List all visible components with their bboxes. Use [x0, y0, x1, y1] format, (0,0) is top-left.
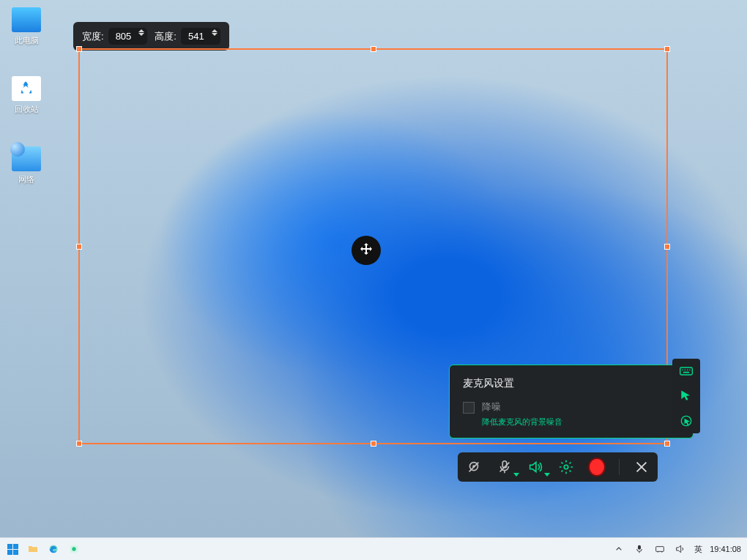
- record-icon: [588, 458, 606, 477]
- resize-handle-n[interactable]: [371, 46, 376, 52]
- width-stepper[interactable]: [138, 29, 144, 36]
- move-handle[interactable]: [352, 236, 381, 265]
- tray-ime[interactable]: 英: [694, 544, 702, 555]
- monitor-icon: [12, 7, 41, 32]
- svg-point-17: [72, 547, 75, 550]
- noise-reduction-label: 降噪: [482, 400, 562, 414]
- taskbar-edge[interactable]: [47, 542, 60, 556]
- recording-toolbar: [458, 452, 658, 482]
- microphone-off-icon: [497, 459, 513, 475]
- height-stepper[interactable]: [212, 29, 218, 36]
- microphone-button[interactable]: [496, 458, 513, 476]
- chevron-up-icon: [613, 543, 625, 555]
- chevron-down-icon[interactable]: [544, 473, 550, 477]
- app-icon: [68, 543, 80, 555]
- tray-overflow[interactable]: [612, 542, 625, 556]
- click-ripple-button[interactable]: [677, 413, 696, 429]
- record-button[interactable]: [588, 458, 606, 476]
- popup-title: 麦克风设置: [463, 377, 680, 390]
- webcam-off-icon: [466, 459, 482, 475]
- noise-reduction-checkbox[interactable]: [463, 402, 475, 414]
- resize-handle-s[interactable]: [371, 441, 376, 447]
- resize-handle-se[interactable]: [664, 441, 670, 447]
- resize-handle-w[interactable]: [76, 244, 82, 250]
- dimension-toolbar[interactable]: 宽度: 805 高度: 541: [73, 22, 229, 51]
- keyboard-icon: [679, 364, 694, 378]
- width-input[interactable]: 805: [108, 28, 148, 45]
- keyboard-overlay-button[interactable]: [677, 363, 696, 379]
- resize-handle-ne[interactable]: [664, 46, 670, 52]
- desktop-icon-this-pc[interactable]: 此电脑: [6, 7, 47, 46]
- desktop-icon-label: 此电脑: [6, 35, 47, 46]
- svg-rect-0: [680, 367, 693, 375]
- windows-icon: [7, 544, 18, 555]
- cursor-icon: [679, 389, 694, 403]
- noise-reduction-sub: 降低麦克风的背景噪音: [482, 417, 562, 428]
- tray-clock[interactable]: 19:41:08: [710, 545, 741, 553]
- side-tool-strip: [672, 359, 700, 433]
- gear-icon: [558, 459, 574, 475]
- system-audio-button[interactable]: [527, 458, 544, 476]
- edge-icon: [48, 543, 59, 555]
- separator: [619, 459, 620, 475]
- desktop-icon-label: 回收站: [6, 104, 47, 115]
- tray-network[interactable]: [653, 542, 666, 556]
- ethernet-icon: [654, 543, 666, 555]
- tray-volume[interactable]: [674, 542, 687, 556]
- folder-icon: [27, 543, 39, 555]
- taskbar: 英 19:41:08: [0, 537, 747, 560]
- desktop-icon-recycle-bin[interactable]: 回收站: [6, 76, 47, 115]
- taskbar-recorder-app[interactable]: [67, 542, 81, 556]
- desktop-icon-network[interactable]: 网络: [6, 146, 47, 185]
- height-input[interactable]: 541: [181, 28, 220, 45]
- resize-handle-e[interactable]: [664, 244, 670, 250]
- speaker-icon: [527, 459, 543, 475]
- svg-rect-18: [638, 545, 641, 550]
- chevron-down-icon[interactable]: [513, 473, 519, 477]
- resize-handle-nw[interactable]: [76, 46, 82, 52]
- recycle-icon: [12, 76, 41, 101]
- taskbar-explorer[interactable]: [26, 542, 40, 556]
- microphone-icon: [633, 543, 645, 555]
- close-icon: [633, 459, 650, 475]
- webcam-button[interactable]: [465, 458, 483, 476]
- desktop-icon-label: 网络: [6, 174, 47, 185]
- microphone-settings-popup: 麦克风设置 降噪 降低麦克风的背景噪音: [449, 365, 694, 438]
- speaker-icon: [674, 543, 686, 555]
- network-icon: [12, 146, 41, 171]
- settings-button[interactable]: [557, 458, 575, 476]
- tray-microphone[interactable]: [633, 542, 646, 556]
- move-icon: [357, 242, 375, 259]
- click-ripple-icon: [679, 414, 694, 428]
- start-button[interactable]: [6, 542, 19, 556]
- svg-rect-19: [656, 547, 664, 552]
- resize-handle-sw[interactable]: [76, 441, 82, 447]
- close-button[interactable]: [633, 458, 650, 476]
- width-label: 宽度:: [82, 30, 104, 43]
- svg-point-12: [564, 465, 568, 469]
- cursor-highlight-button[interactable]: [677, 388, 696, 404]
- height-label: 高度:: [155, 30, 176, 43]
